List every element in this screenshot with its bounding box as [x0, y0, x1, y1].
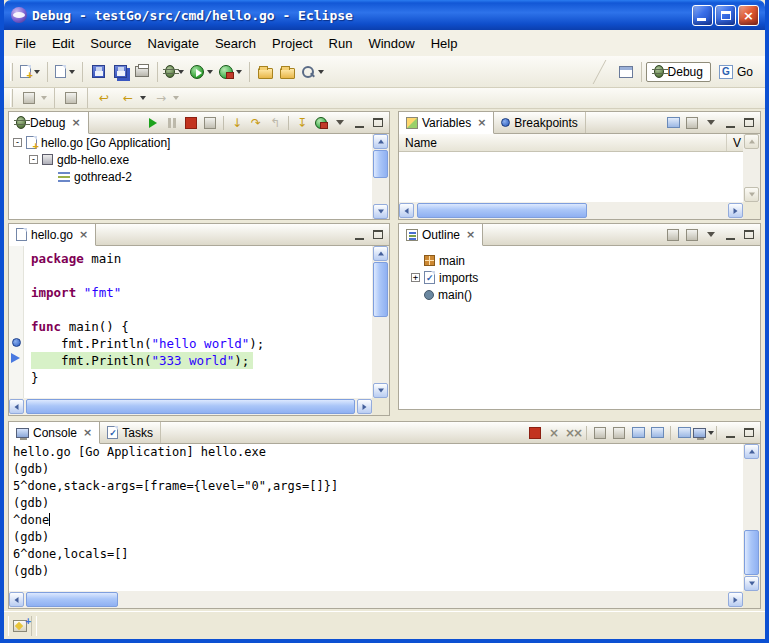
save-all-button[interactable] — [109, 60, 131, 84]
minimize-view-button[interactable] — [721, 115, 739, 131]
maximize-view-button[interactable] — [740, 115, 758, 131]
scroll-thumb[interactable] — [26, 399, 355, 414]
scroll-down-button[interactable] — [744, 576, 759, 591]
close-icon[interactable]: × — [71, 116, 80, 129]
console-vertical-scrollbar[interactable] — [743, 444, 760, 591]
tree-row[interactable]: - gdb-hello.exe — [9, 151, 372, 168]
scroll-left-button[interactable] — [9, 592, 24, 607]
expander-icon[interactable]: + — [411, 273, 420, 282]
terminate-button[interactable] — [526, 424, 544, 441]
menu-search[interactable]: Search — [207, 32, 264, 55]
step-over-button[interactable]: ↷ — [247, 114, 265, 131]
menu-help[interactable]: Help — [423, 32, 466, 55]
outline-item-imports[interactable]: + imports — [411, 269, 760, 286]
minimize-button[interactable] — [692, 5, 713, 26]
save-button[interactable] — [87, 60, 109, 84]
next-annotation-button[interactable] — [17, 89, 50, 107]
maximize-view-button[interactable] — [369, 115, 387, 131]
minimize-view-button[interactable] — [350, 227, 368, 243]
step-return-button[interactable]: ↰ — [266, 114, 284, 131]
scroll-right-button[interactable] — [728, 592, 743, 607]
new-wizard-button[interactable] — [17, 60, 43, 84]
scroll-left-button[interactable] — [399, 203, 414, 218]
scroll-right-button[interactable] — [357, 399, 372, 414]
scroll-thumb[interactable] — [417, 203, 587, 218]
tab-outline[interactable]: Outline × — [399, 224, 483, 246]
clear-console-button[interactable] — [591, 424, 609, 441]
last-edit-location-button[interactable]: ↩ — [92, 89, 116, 107]
toolbar-grip[interactable] — [10, 89, 13, 107]
scroll-thumb[interactable] — [744, 530, 759, 575]
menu-project[interactable]: Project — [264, 32, 320, 55]
maximize-view-button[interactable] — [369, 227, 387, 243]
scroll-up-button[interactable] — [744, 444, 759, 459]
scroll-up-button[interactable] — [373, 246, 388, 261]
scroll-thumb[interactable] — [26, 592, 118, 607]
drop-to-frame-button[interactable]: ↧ — [293, 114, 311, 131]
scroll-left-button[interactable] — [9, 399, 24, 414]
column-name[interactable]: Name — [399, 134, 727, 151]
suspend-button[interactable] — [163, 114, 181, 131]
tree-row[interactable]: gothread-2 — [9, 168, 372, 185]
scroll-up-button[interactable] — [373, 134, 388, 149]
scroll-lock-button[interactable] — [610, 424, 628, 441]
maximize-button[interactable] — [715, 5, 736, 26]
column-value[interactable]: V — [727, 134, 743, 151]
perspective-debug-button[interactable]: Debug — [646, 62, 711, 82]
maximize-view-button[interactable] — [740, 227, 758, 243]
menu-file[interactable]: File — [7, 32, 44, 55]
editor-horizontal-scrollbar[interactable] — [9, 398, 372, 415]
terminate-button[interactable] — [182, 114, 200, 131]
tab-debug[interactable]: Debug × — [9, 112, 89, 134]
disconnect-button[interactable] — [201, 114, 219, 131]
search-button[interactable] — [298, 60, 327, 84]
word-wrap-button[interactable] — [629, 424, 647, 441]
menu-source[interactable]: Source — [82, 32, 139, 55]
close-icon[interactable]: × — [83, 426, 92, 439]
view-menu-button[interactable] — [702, 227, 720, 243]
scroll-down-button[interactable] — [373, 383, 388, 398]
print-button[interactable] — [131, 60, 153, 84]
sort-button[interactable] — [664, 226, 682, 243]
annotation-ruler[interactable] — [9, 246, 24, 398]
outline-item-main[interactable]: main — [411, 252, 760, 269]
console-output[interactable]: (gdb) 5^done,stack-args=[frame={level="0… — [9, 461, 743, 591]
code-editor[interactable]: package main import "fmt" func main() { … — [25, 246, 372, 398]
show-logical-structure-button[interactable] — [664, 114, 682, 131]
scroll-right-button[interactable] — [728, 203, 743, 218]
collapse-all-button[interactable] — [683, 226, 701, 243]
minimize-view-button[interactable] — [721, 425, 739, 441]
import-button[interactable] — [276, 60, 298, 84]
tab-breakpoints[interactable]: Breakpoints — [494, 112, 585, 133]
forward-button[interactable]: → — [149, 89, 182, 107]
scroll-down-button[interactable] — [373, 204, 388, 219]
close-icon[interactable]: × — [79, 228, 88, 241]
menu-edit[interactable]: Edit — [44, 32, 82, 55]
resume-button[interactable] — [144, 114, 162, 131]
console-horizontal-scrollbar[interactable] — [9, 591, 743, 608]
debug-launch-button[interactable] — [162, 60, 187, 84]
variables-horizontal-scrollbar[interactable] — [399, 202, 743, 219]
perspective-go-button[interactable]: G Go — [711, 62, 761, 82]
external-tools-button[interactable] — [216, 60, 245, 84]
fast-view-bar[interactable] — [8, 616, 32, 636]
debug-vertical-scrollbar[interactable] — [372, 134, 389, 219]
open-resource-button[interactable] — [254, 60, 276, 84]
scroll-thumb[interactable] — [373, 262, 388, 317]
open-console-button[interactable] — [694, 424, 712, 441]
scroll-up-button[interactable] — [744, 134, 759, 149]
close-button[interactable]: × — [738, 5, 759, 26]
close-icon[interactable]: × — [477, 116, 486, 129]
variables-table-body[interactable] — [399, 152, 743, 202]
expander-icon[interactable]: - — [13, 138, 22, 147]
menu-navigate[interactable]: Navigate — [140, 32, 207, 55]
menu-run[interactable]: Run — [321, 32, 361, 55]
remove-all-launches-button[interactable]: ×× — [564, 424, 582, 441]
display-selected-console-button[interactable] — [675, 424, 693, 441]
minimize-view-button[interactable] — [721, 227, 739, 243]
scroll-thumb[interactable] — [373, 150, 388, 178]
menu-window[interactable]: Window — [360, 32, 422, 55]
previous-annotation-button[interactable] — [59, 89, 83, 107]
maximize-view-button[interactable] — [740, 425, 758, 441]
tab-hello-go[interactable]: hello.go × — [9, 224, 96, 246]
